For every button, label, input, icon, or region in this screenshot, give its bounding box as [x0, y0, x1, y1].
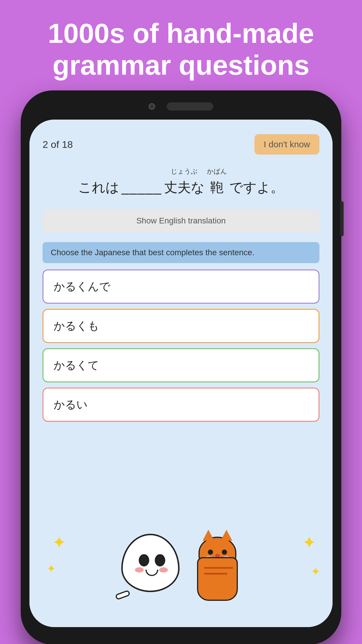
kanji-joubu: 丈夫な	[164, 175, 205, 200]
answer-option-2[interactable]: かるくも	[43, 309, 319, 343]
header-text: 1000s of hand-made grammar questions	[0, 0, 362, 96]
furigana-joubu: じょうぶ	[171, 168, 198, 175]
cat-stripe-2	[204, 573, 227, 575]
answer-option-4[interactable]: かるい	[43, 388, 319, 422]
cat-character	[191, 537, 244, 601]
translation-button[interactable]: Show English translation	[43, 210, 319, 232]
blob-cheek-right	[159, 567, 168, 573]
kanji-kaban: 鞄	[210, 175, 224, 200]
progress-text: 2 of 18	[43, 139, 73, 150]
phone-side-button	[340, 201, 344, 236]
phone-top-bar	[21, 90, 341, 123]
question-part2: ですよ。	[229, 175, 284, 200]
furigana-kaban: かばん	[207, 168, 227, 175]
answer-option-1[interactable]: かるくんで	[43, 270, 319, 304]
blob-mouth	[145, 570, 158, 576]
cat-stripe-1	[204, 567, 233, 569]
phone-frame: 2 of 18 I don't know これは _____ じょうぶ 丈夫な …	[21, 90, 341, 644]
top-row: 2 of 18 I don't know	[43, 134, 319, 155]
cat-body	[197, 557, 238, 601]
blob-eye-left	[139, 554, 149, 566]
blob-eye-right	[155, 554, 165, 566]
header-line1: 1000s of hand-made	[48, 18, 314, 49]
phone-camera	[149, 103, 155, 110]
phone-screen: 2 of 18 I don't know これは _____ じょうぶ 丈夫な …	[29, 120, 333, 627]
cat-eye-right	[222, 550, 227, 555]
answer-text-2: かるくも	[54, 320, 99, 332]
question-blank: _____	[122, 175, 162, 200]
answer-option-3[interactable]: かるくて	[43, 348, 319, 382]
header-line2: grammar questions	[52, 50, 310, 80]
cat-ear-right	[221, 530, 232, 541]
question-word1: じょうぶ 丈夫な	[164, 168, 205, 200]
instruction-banner: Choose the Japanese that best completes …	[43, 242, 319, 263]
dont-know-button[interactable]: I don't know	[254, 134, 319, 155]
blob-arm	[115, 590, 131, 600]
star-icon-1: ✦	[53, 534, 65, 551]
star-icon-2: ✦	[47, 563, 55, 575]
question-part1: これは	[78, 175, 119, 200]
question-area: これは _____ じょうぶ 丈夫な かばん 鞄 ですよ。	[43, 168, 319, 200]
answer-text-4: かるい	[54, 398, 88, 411]
star-icon-3: ✦	[303, 534, 315, 551]
question-sentence: これは _____ じょうぶ 丈夫な かばん 鞄 ですよ。	[43, 168, 319, 200]
question-word2: かばん 鞄	[207, 168, 227, 200]
star-icon-4: ✦	[311, 566, 319, 578]
cat-ear-left	[203, 530, 214, 541]
cat-eye-left	[208, 550, 213, 555]
answer-text-3: かるくて	[54, 359, 99, 371]
characters-area: ✦ ✦	[29, 516, 333, 610]
phone-speaker	[167, 102, 213, 111]
answer-text-1: かるくんで	[54, 280, 110, 293]
blob-cheek-left	[135, 567, 144, 573]
blob-body	[121, 534, 180, 592]
blob-character	[118, 534, 182, 604]
